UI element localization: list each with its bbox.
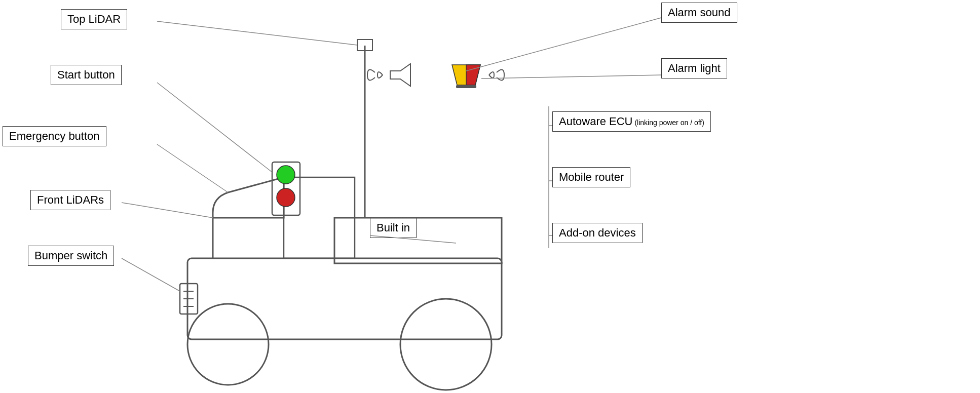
svg-rect-1 xyxy=(334,218,502,263)
svg-rect-16 xyxy=(456,85,476,88)
svg-line-22 xyxy=(122,258,180,291)
svg-line-20 xyxy=(157,144,228,192)
svg-point-7 xyxy=(187,304,269,385)
svg-line-19 xyxy=(157,83,272,172)
svg-marker-13 xyxy=(390,64,410,86)
svg-line-25 xyxy=(370,235,456,243)
svg-line-23 xyxy=(466,18,661,71)
svg-line-18 xyxy=(157,21,357,45)
svg-line-21 xyxy=(122,203,213,218)
svg-line-24 xyxy=(481,75,661,78)
svg-rect-0 xyxy=(187,258,502,339)
svg-point-5 xyxy=(277,166,295,184)
svg-point-6 xyxy=(277,188,295,207)
robot-diagram xyxy=(0,0,980,393)
svg-point-8 xyxy=(400,299,492,390)
